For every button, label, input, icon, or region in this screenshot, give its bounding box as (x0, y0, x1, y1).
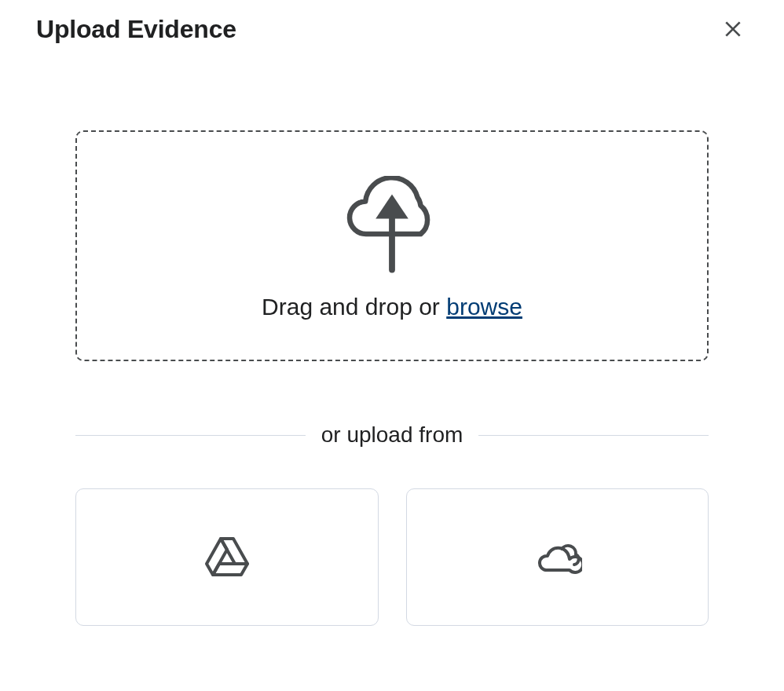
divider-label: or upload from (321, 422, 463, 448)
divider-line-left (75, 435, 306, 436)
browse-link[interactable]: browse (446, 294, 522, 320)
divider-line-right (478, 435, 709, 436)
close-icon (723, 19, 743, 39)
provider-cloud-storage[interactable] (406, 488, 709, 626)
dialog-title: Upload Evidence (36, 15, 236, 44)
close-button[interactable] (718, 14, 748, 44)
cloud-upload-icon (341, 176, 443, 278)
dialog-header: Upload Evidence (36, 14, 748, 44)
svg-marker-3 (376, 194, 408, 218)
google-drive-icon (202, 532, 252, 583)
file-dropzone[interactable]: Drag and drop or browse (75, 130, 709, 361)
svg-marker-6 (213, 564, 247, 575)
cloud-icon (532, 532, 582, 583)
provider-list (75, 488, 709, 626)
provider-google-drive[interactable] (75, 488, 379, 626)
dropzone-text: Drag and drop or browse (262, 294, 522, 320)
drag-text: Drag and drop or (262, 294, 446, 320)
divider: or upload from (75, 422, 709, 448)
upload-evidence-dialog: Upload Evidence Drag and drop or browse … (0, 0, 784, 649)
dialog-body: Drag and drop or browse or upload from (36, 130, 748, 626)
